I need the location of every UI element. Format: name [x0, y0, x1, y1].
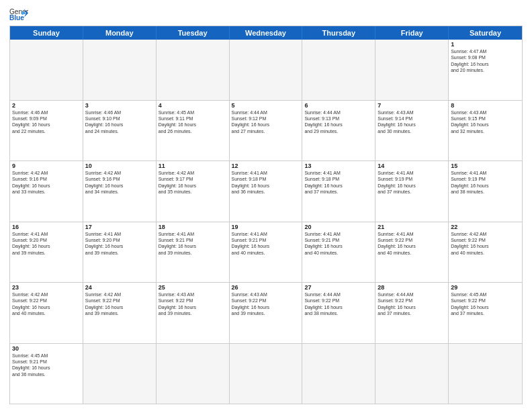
sun-info: Sunrise: 4:41 AM Sunset: 9:22 PM Dayligh…	[378, 231, 446, 257]
sun-info: Sunrise: 4:42 AM Sunset: 9:22 PM Dayligh…	[451, 231, 520, 257]
calendar-day-empty	[302, 40, 375, 100]
sun-info: Sunrise: 4:41 AM Sunset: 9:19 PM Dayligh…	[451, 170, 520, 195]
sun-info: Sunrise: 4:44 AM Sunset: 9:13 PM Dayligh…	[304, 109, 373, 135]
sun-info: Sunrise: 4:47 AM Sunset: 9:08 PM Dayligh…	[451, 48, 520, 74]
day-number: 21	[378, 224, 446, 230]
svg-text:Blue: Blue	[9, 14, 24, 21]
weekday-thursday: Thursday	[302, 26, 375, 40]
day-number: 3	[85, 102, 154, 109]
sun-info: Sunrise: 4:43 AM Sunset: 9:22 PM Dayligh…	[232, 291, 300, 317]
calendar-row: 1Sunrise: 4:47 AM Sunset: 9:08 PM Daylig…	[10, 40, 522, 100]
day-number: 8	[451, 102, 520, 109]
sun-info: Sunrise: 4:45 AM Sunset: 9:22 PM Dayligh…	[451, 291, 520, 317]
calendar-day-9: 9Sunrise: 4:42 AM Sunset: 9:16 PM Daylig…	[10, 161, 83, 222]
calendar-day-3: 3Sunrise: 4:46 AM Sunset: 9:10 PM Daylig…	[83, 101, 157, 161]
sun-info: Sunrise: 4:41 AM Sunset: 9:21 PM Dayligh…	[159, 231, 227, 257]
sun-info: Sunrise: 4:44 AM Sunset: 9:22 PM Dayligh…	[304, 291, 373, 317]
calendar-day-empty	[375, 344, 449, 404]
sun-info: Sunrise: 4:41 AM Sunset: 9:20 PM Dayligh…	[85, 231, 154, 257]
day-number: 14	[378, 163, 446, 169]
calendar-day-13: 13Sunrise: 4:41 AM Sunset: 9:18 PM Dayli…	[302, 161, 375, 222]
calendar-body: 1Sunrise: 4:47 AM Sunset: 9:08 PM Daylig…	[10, 40, 522, 404]
day-number: 27	[304, 284, 373, 291]
header: General Blue	[9, 7, 523, 21]
weekday-monday: Monday	[83, 26, 157, 40]
calendar-day-empty	[230, 344, 303, 404]
calendar-day-empty	[157, 344, 230, 404]
calendar: Sunday Monday Tuesday Wednesday Thursday…	[9, 26, 523, 404]
calendar-day-22: 22Sunrise: 4:42 AM Sunset: 9:22 PM Dayli…	[449, 222, 522, 283]
calendar-day-30: 30Sunrise: 4:45 AM Sunset: 9:21 PM Dayli…	[10, 344, 83, 404]
day-number: 22	[451, 224, 520, 230]
calendar-day-empty	[302, 344, 375, 404]
calendar-row: 16Sunrise: 4:41 AM Sunset: 9:20 PM Dayli…	[10, 222, 522, 283]
calendar-day-empty	[83, 40, 157, 100]
sun-info: Sunrise: 4:42 AM Sunset: 9:16 PM Dayligh…	[85, 170, 154, 195]
sun-info: Sunrise: 4:44 AM Sunset: 9:12 PM Dayligh…	[232, 109, 300, 135]
sun-info: Sunrise: 4:42 AM Sunset: 9:22 PM Dayligh…	[85, 291, 154, 317]
calendar-day-empty	[10, 40, 83, 100]
day-number: 10	[85, 163, 154, 169]
day-number: 16	[12, 224, 81, 230]
calendar-day-2: 2Sunrise: 4:46 AM Sunset: 9:09 PM Daylig…	[10, 101, 83, 161]
calendar-day-27: 27Sunrise: 4:44 AM Sunset: 9:22 PM Dayli…	[302, 283, 375, 343]
day-number: 18	[159, 224, 227, 230]
calendar-day-16: 16Sunrise: 4:41 AM Sunset: 9:20 PM Dayli…	[10, 222, 83, 283]
calendar-day-empty	[83, 344, 157, 404]
sun-info: Sunrise: 4:41 AM Sunset: 9:20 PM Dayligh…	[12, 231, 81, 257]
day-number: 9	[12, 163, 81, 169]
sun-info: Sunrise: 4:44 AM Sunset: 9:22 PM Dayligh…	[378, 291, 446, 317]
calendar-day-19: 19Sunrise: 4:41 AM Sunset: 9:21 PM Dayli…	[230, 222, 303, 283]
weekday-sunday: Sunday	[10, 26, 83, 40]
sun-info: Sunrise: 4:45 AM Sunset: 9:21 PM Dayligh…	[12, 353, 81, 378]
day-number: 15	[451, 163, 520, 169]
day-number: 25	[159, 284, 227, 291]
day-number: 13	[304, 163, 373, 169]
calendar-day-5: 5Sunrise: 4:44 AM Sunset: 9:12 PM Daylig…	[230, 101, 303, 161]
sun-info: Sunrise: 4:43 AM Sunset: 9:22 PM Dayligh…	[159, 291, 227, 317]
day-number: 17	[85, 224, 154, 230]
calendar-day-11: 11Sunrise: 4:42 AM Sunset: 9:17 PM Dayli…	[157, 161, 230, 222]
sun-info: Sunrise: 4:42 AM Sunset: 9:16 PM Dayligh…	[12, 170, 81, 195]
calendar-day-26: 26Sunrise: 4:43 AM Sunset: 9:22 PM Dayli…	[230, 283, 303, 343]
day-number: 26	[232, 284, 300, 291]
day-number: 5	[232, 102, 300, 109]
sun-info: Sunrise: 4:42 AM Sunset: 9:17 PM Dayligh…	[159, 170, 227, 195]
sun-info: Sunrise: 4:46 AM Sunset: 9:09 PM Dayligh…	[12, 109, 81, 135]
calendar-day-14: 14Sunrise: 4:41 AM Sunset: 9:19 PM Dayli…	[375, 161, 449, 222]
sun-info: Sunrise: 4:41 AM Sunset: 9:21 PM Dayligh…	[232, 231, 300, 257]
calendar-day-15: 15Sunrise: 4:41 AM Sunset: 9:19 PM Dayli…	[449, 161, 522, 222]
sun-info: Sunrise: 4:41 AM Sunset: 9:18 PM Dayligh…	[232, 170, 300, 195]
calendar-day-7: 7Sunrise: 4:43 AM Sunset: 9:14 PM Daylig…	[375, 101, 449, 161]
sun-info: Sunrise: 4:41 AM Sunset: 9:19 PM Dayligh…	[378, 170, 446, 195]
day-number: 12	[232, 163, 300, 169]
calendar-row: 30Sunrise: 4:45 AM Sunset: 9:21 PM Dayli…	[10, 343, 522, 404]
calendar-day-4: 4Sunrise: 4:45 AM Sunset: 9:11 PM Daylig…	[157, 101, 230, 161]
weekday-saturday: Saturday	[449, 26, 522, 40]
calendar-day-17: 17Sunrise: 4:41 AM Sunset: 9:20 PM Dayli…	[83, 222, 157, 283]
calendar-day-21: 21Sunrise: 4:41 AM Sunset: 9:22 PM Dayli…	[375, 222, 449, 283]
day-number: 20	[304, 224, 373, 230]
sun-info: Sunrise: 4:41 AM Sunset: 9:18 PM Dayligh…	[304, 170, 373, 195]
weekday-tuesday: Tuesday	[157, 26, 230, 40]
generalblue-logo-icon: General Blue	[9, 7, 28, 21]
calendar-day-12: 12Sunrise: 4:41 AM Sunset: 9:18 PM Dayli…	[230, 161, 303, 222]
day-number: 19	[232, 224, 300, 230]
day-number: 24	[85, 284, 154, 291]
sun-info: Sunrise: 4:43 AM Sunset: 9:14 PM Dayligh…	[378, 109, 446, 135]
logo: General Blue	[9, 7, 28, 21]
calendar-day-empty	[157, 40, 230, 100]
calendar-row: 9Sunrise: 4:42 AM Sunset: 9:16 PM Daylig…	[10, 161, 522, 222]
calendar-day-29: 29Sunrise: 4:45 AM Sunset: 9:22 PM Dayli…	[449, 283, 522, 343]
day-number: 2	[12, 102, 81, 109]
calendar-day-empty	[230, 40, 303, 100]
sun-info: Sunrise: 4:43 AM Sunset: 9:15 PM Dayligh…	[451, 109, 520, 135]
day-number: 11	[159, 163, 227, 169]
calendar-row: 23Sunrise: 4:42 AM Sunset: 9:22 PM Dayli…	[10, 282, 522, 343]
calendar-day-10: 10Sunrise: 4:42 AM Sunset: 9:16 PM Dayli…	[83, 161, 157, 222]
weekday-friday: Friday	[375, 26, 449, 40]
calendar-day-23: 23Sunrise: 4:42 AM Sunset: 9:22 PM Dayli…	[10, 283, 83, 343]
calendar-day-25: 25Sunrise: 4:43 AM Sunset: 9:22 PM Dayli…	[157, 283, 230, 343]
calendar-day-empty	[449, 344, 522, 404]
calendar-row: 2Sunrise: 4:46 AM Sunset: 9:09 PM Daylig…	[10, 100, 522, 161]
